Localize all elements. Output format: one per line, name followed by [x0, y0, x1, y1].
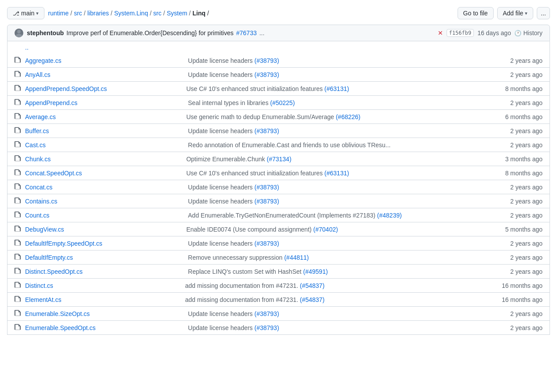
breadcrumb-runtime[interactable]: runtime	[48, 10, 69, 17]
time-ago: 2 years ago	[510, 254, 542, 261]
commit-pr-link[interactable]: (#63131)	[324, 85, 349, 92]
file-icon	[15, 197, 22, 205]
table-row: Concat.csUpdate license headers (#38793)…	[7, 180, 550, 194]
commit-pr-link[interactable]: (#38793)	[254, 127, 279, 134]
file-icon	[15, 70, 22, 79]
commit-sha[interactable]: f156fb9	[447, 29, 474, 37]
commit-pr-link[interactable]: (#54837)	[300, 296, 325, 303]
commit-pr-link[interactable]: (#73134)	[267, 156, 291, 163]
add-file-button[interactable]: Add file ▾	[497, 7, 534, 19]
commit-info: stephentoub Improve perf of Enumerable.O…	[27, 29, 434, 36]
commit-pr-link[interactable]: (#38793)	[254, 324, 279, 331]
time-ago: 2 years ago	[510, 268, 542, 275]
file-name-link[interactable]: Count.cs	[25, 212, 184, 219]
commit-message-cell: Optimize Enumerable.Chunk (#73134)	[186, 156, 502, 163]
file-icon	[15, 309, 22, 318]
file-icon	[15, 98, 22, 107]
breadcrumb-system[interactable]: System	[167, 10, 187, 17]
file-name-link[interactable]: AnyAll.cs	[25, 71, 184, 78]
file-icon	[15, 169, 22, 177]
file-name-link[interactable]: DefaultIfEmpty.cs	[25, 254, 184, 261]
commit-message-cell: Seal internal types in libraries (#50225…	[188, 99, 507, 106]
breadcrumb-libraries[interactable]: libraries	[88, 10, 109, 17]
time-ago: 2 years ago	[510, 142, 542, 149]
file-name-link[interactable]: AppendPrepend.cs	[25, 99, 184, 106]
commit-message-cell: Update license headers (#38793)	[188, 240, 507, 247]
commit-message-cell: Update license headers (#38793)	[188, 324, 507, 331]
table-row: DebugView.csEnable IDE0074 (Use compound…	[7, 222, 550, 236]
file-icon	[15, 225, 22, 233]
commit-author[interactable]: stephentoub	[27, 29, 64, 36]
history-button[interactable]: 🕐 History	[514, 29, 542, 36]
commit-pr-link[interactable]: (#54837)	[300, 282, 325, 289]
file-name-link[interactable]: Buffer.cs	[25, 127, 184, 134]
svg-point-0	[17, 30, 21, 33]
commit-message-cell: Update license headers (#38793)	[188, 127, 507, 134]
commit-pr-link[interactable]: (#68226)	[336, 113, 360, 120]
commit-message-cell: Add Enumerable.TryGetNonEnumeratedCount …	[188, 212, 507, 219]
file-icon	[15, 267, 22, 276]
commit-message: Improve perf of Enumerable.Order{Descend…	[66, 29, 234, 36]
breadcrumb-src-1[interactable]: src	[153, 10, 161, 17]
file-name-link[interactable]: Average.cs	[25, 113, 183, 120]
breadcrumb-trailing-slash: /	[207, 10, 209, 17]
file-name-link[interactable]: Contains.cs	[25, 198, 184, 205]
file-name-link[interactable]: DefaultIfEmpty.SpeedOpt.cs	[25, 240, 184, 247]
file-name-link[interactable]: Concat.cs	[25, 184, 184, 191]
commit-pr-link[interactable]: (#70402)	[313, 226, 338, 233]
more-options-button[interactable]: ...	[537, 7, 550, 19]
commit-pr-link[interactable]: (#49591)	[303, 268, 328, 275]
commit-pr-link[interactable]: (#38793)	[254, 57, 279, 64]
file-name-link[interactable]: ElementAt.cs	[25, 296, 182, 303]
file-name-link[interactable]: Distinct.SpeedOpt.cs	[25, 268, 184, 275]
table-row: Aggregate.csUpdate license headers (#387…	[7, 54, 550, 67]
file-name-link[interactable]: DebugView.cs	[25, 226, 183, 233]
commit-pr-link[interactable]: (#44811)	[284, 254, 309, 261]
go-to-file-button[interactable]: Go to file	[458, 7, 494, 19]
breadcrumb-current: Linq	[192, 10, 205, 17]
ci-status-icon: ✕	[438, 29, 443, 36]
commit-meta: ✕ f156fb9 16 days ago 🕐 History	[438, 29, 542, 37]
time-ago: 6 months ago	[505, 113, 542, 120]
commit-pr-link[interactable]: (#48239)	[377, 212, 402, 219]
commit-message-cell: add missing documentation from #47231. (…	[185, 282, 498, 289]
commit-message-cell: Update license headers (#38793)	[188, 184, 507, 191]
branch-icon: ⎇	[13, 10, 19, 17]
breadcrumb-systemlinq[interactable]: System.Linq	[114, 10, 148, 17]
commit-pr-link[interactable]: (#63131)	[324, 170, 349, 177]
commit-pr-link[interactable]: (#38793)	[254, 198, 279, 205]
commit-pr-link[interactable]: (#50225)	[270, 99, 295, 106]
time-ago: 2 years ago	[510, 127, 542, 134]
file-icon	[15, 183, 22, 191]
file-name-link[interactable]: AppendPrepend.SpeedOpt.cs	[25, 85, 183, 92]
file-icon	[15, 295, 22, 304]
table-row: Enumerable.SizeOpt.csUpdate license head…	[7, 306, 550, 320]
file-name-link[interactable]: Cast.cs	[25, 142, 184, 149]
time-ago: 2 years ago	[510, 212, 542, 219]
file-name-link[interactable]: Concat.SpeedOpt.cs	[25, 170, 183, 177]
breadcrumb-sep-2: /	[111, 10, 113, 17]
branch-name: main	[21, 10, 34, 17]
time-ago: 16 months ago	[502, 282, 542, 289]
commit-pr-link[interactable]: #76733	[236, 29, 257, 36]
breadcrumb-sep-1: /	[84, 10, 86, 17]
file-list: .. Aggregate.csUpdate license headers (#…	[7, 41, 550, 335]
file-name-link[interactable]: Distinct.cs	[25, 282, 182, 289]
file-icon	[15, 253, 22, 261]
breadcrumb-src-0[interactable]: src	[74, 10, 82, 17]
file-name-link[interactable]: Enumerable.SizeOpt.cs	[25, 310, 184, 317]
commit-pr-link[interactable]: (#38793)	[254, 71, 279, 78]
file-name-link[interactable]: Aggregate.cs	[25, 57, 184, 64]
time-ago: 2 years ago	[510, 240, 542, 247]
table-row: DefaultIfEmpty.SpeedOpt.csUpdate license…	[7, 236, 550, 250]
commit-pr-link[interactable]: (#38793)	[254, 240, 279, 247]
commit-pr-link[interactable]: (#38793)	[254, 184, 279, 191]
table-row: Cast.csRedo annotation of Enumerable.Cas…	[7, 138, 550, 152]
file-name-link[interactable]: Chunk.cs	[25, 156, 183, 163]
parent-dir-link[interactable]: ..	[7, 41, 550, 54]
branch-selector[interactable]: ⎇ main ▾	[7, 7, 44, 19]
commit-ellipsis: ...	[259, 29, 264, 36]
file-name-link[interactable]: Enumerable.SpeedOpt.cs	[25, 324, 184, 331]
commit-pr-link[interactable]: (#38793)	[254, 310, 279, 317]
commit-message-cell: Update license headers (#38793)	[188, 310, 507, 317]
